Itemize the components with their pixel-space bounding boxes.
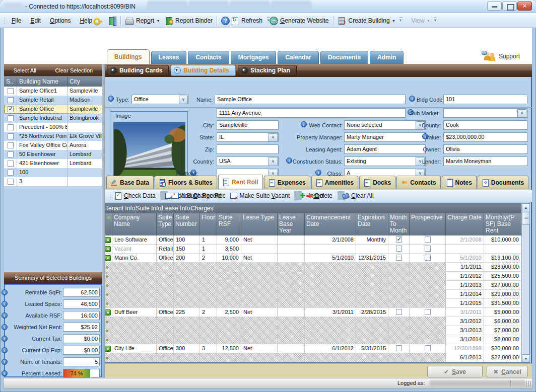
- menu-item[interactable]: Options: [45, 15, 75, 26]
- building-list-item[interactable]: Sample Office Sampleville: [4, 105, 102, 114]
- building-list-item[interactable]: Precedent - 100% Bu: [4, 123, 102, 132]
- detail-tab[interactable]: Contacts: [396, 176, 440, 189]
- col-month-to-month[interactable]: Month To Month: [388, 213, 410, 236]
- building-list-item[interactable]: Sample Retail Madison: [4, 96, 102, 105]
- col-prospective[interactable]: Prospective: [410, 213, 446, 236]
- building-checkbox[interactable]: [8, 179, 14, 185]
- detail-tab[interactable]: Documents: [478, 176, 528, 189]
- owner-field[interactable]: Olivia: [443, 144, 527, 154]
- maximize-button[interactable]: [502, 2, 517, 11]
- grid-toolbar-button[interactable]: Insert: [294, 191, 302, 200]
- row-expander-button[interactable]: [105, 346, 111, 352]
- col-lease-type[interactable]: Lease Type: [241, 213, 278, 236]
- month-to-month-checkbox[interactable]: [396, 246, 402, 252]
- table-row[interactable]: 1/1/2012 $25,500.00: [105, 272, 529, 281]
- month-to-month-checkbox[interactable]: [396, 345, 402, 351]
- prospective-checkbox[interactable]: [425, 246, 431, 252]
- table-row[interactable]: City Life Office 300 3 12,500 Net 6/1/20…: [105, 344, 529, 353]
- building-checkbox[interactable]: [8, 151, 14, 158]
- col-charge-date[interactable]: Charge Date: [446, 213, 484, 236]
- table-row[interactable]: 3/1/2014 $8,000.00: [105, 335, 529, 344]
- building-checkbox[interactable]: [8, 133, 14, 139]
- support-button[interactable]: Support: [482, 50, 532, 62]
- detail-tab[interactable]: Amenities: [311, 176, 358, 189]
- close-button[interactable]: [517, 2, 532, 11]
- building-list-item[interactable]: 50 Eisenhower Lombard: [4, 150, 102, 159]
- column-header-city[interactable]: City: [68, 77, 102, 87]
- detail-tab[interactable]: Expenses: [264, 176, 310, 189]
- month-to-month-checkbox[interactable]: [396, 255, 402, 261]
- view-nav-button[interactable]: Building Cards: [107, 65, 169, 76]
- resize-grip[interactable]: [525, 381, 531, 387]
- building-checkbox[interactable]: [8, 106, 14, 112]
- column-header-select[interactable]: S..: [4, 77, 17, 87]
- table-row[interactable]: 1/1/2013 $27,000.00: [105, 281, 529, 290]
- view-nav-button[interactable]: Stacking Plan: [238, 65, 297, 76]
- grid-toolbar-button[interactable]: Delete: [303, 191, 335, 200]
- col-company-name[interactable]: Company Name: [112, 213, 157, 236]
- row-expander-button[interactable]: [105, 255, 111, 261]
- grid-toolbar-button[interactable]: Make Suite Vacant: [228, 191, 292, 200]
- column-header-building-name[interactable]: Building Name: [17, 77, 68, 87]
- grid-toolbar-button[interactable]: Clear All: [337, 191, 345, 200]
- building-list-item[interactable]: 100: [4, 168, 102, 177]
- redacted-tab[interactable]: [148, 1, 187, 10]
- table-row[interactable]: 3/1/2013 $7,000.00: [105, 326, 529, 335]
- minimize-button[interactable]: [487, 2, 502, 11]
- redacted-tab[interactable]: [272, 1, 311, 10]
- prospective-checkbox[interactable]: [425, 309, 431, 315]
- building-checkbox[interactable]: [8, 115, 14, 121]
- main-tab[interactable]: Documents: [320, 51, 368, 64]
- generate-website-button[interactable]: Generate Website: [267, 16, 331, 26]
- building-checkbox[interactable]: [8, 161, 14, 167]
- building-list-item[interactable]: Fox Valley Office Co Aurora: [4, 141, 102, 150]
- detail-tab[interactable]: Floors & Suites: [155, 176, 217, 189]
- redacted-tab[interactable]: [230, 1, 270, 10]
- building-list-item[interactable]: 421 Eisenhower Lombard: [4, 159, 102, 168]
- building-list-item[interactable]: Sample Industrial Bolingbrook: [4, 114, 102, 123]
- grid-toolbar-button[interactable]: Add Suite Record: [160, 191, 168, 200]
- refresh-button[interactable]: Refresh: [228, 16, 265, 26]
- main-tab[interactable]: Calendar: [278, 51, 318, 64]
- col-floor[interactable]: Floor: [200, 213, 217, 236]
- view-nav-button[interactable]: Building Details: [171, 65, 236, 76]
- main-tab[interactable]: Mortgages: [231, 51, 277, 64]
- scrollbar-thumb[interactable]: [522, 212, 530, 225]
- col-suite-rsf[interactable]: Suite RSF: [217, 213, 241, 236]
- bldg-code-field[interactable]: 101: [443, 95, 527, 104]
- month-to-month-checkbox[interactable]: [396, 237, 402, 243]
- scroll-down-icon[interactable]: ▼: [522, 354, 530, 362]
- cancel-button[interactable]: ✖ Cancel: [487, 366, 528, 377]
- col-commencement-date[interactable]: Commencement Date: [305, 213, 356, 236]
- row-expander-button[interactable]: [105, 246, 111, 252]
- detail-tab[interactable]: Notes: [442, 176, 477, 189]
- main-tab[interactable]: Contacts: [188, 51, 229, 64]
- col-expiration-date[interactable]: Expiration Date: [356, 213, 388, 236]
- main-tab[interactable]: Leases: [151, 51, 187, 64]
- grid-toolbar-button[interactable]: Add Charge Rec: [169, 191, 228, 200]
- building-checkbox[interactable]: [8, 170, 14, 176]
- table-row[interactable]: 6/1/2013 $22,000.00: [105, 353, 529, 362]
- report-binder-button[interactable]: Report Binder: [162, 16, 215, 26]
- row-expander-button[interactable]: [105, 237, 111, 243]
- table-row[interactable]: 1/1/2015 $31,500.00: [105, 299, 529, 308]
- state-select[interactable]: IL: [217, 132, 279, 142]
- building-list-item[interactable]: *25 Northwest Point Elk Grove Vill: [4, 132, 102, 141]
- vertical-scrollbar[interactable]: ▲ ▼: [521, 203, 529, 362]
- sub-market-select[interactable]: [443, 108, 527, 118]
- prospective-checkbox[interactable]: [425, 345, 431, 351]
- building-checkbox[interactable]: [8, 88, 14, 94]
- detail-tab[interactable]: Docks: [359, 176, 395, 189]
- redacted-tab[interactable]: [189, 1, 228, 10]
- prospective-checkbox[interactable]: [425, 255, 431, 261]
- create-building-button[interactable]: Create Building ▾: [335, 16, 397, 26]
- month-to-month-checkbox[interactable]: [396, 309, 402, 315]
- report-button[interactable]: Report ▾: [122, 16, 162, 26]
- clear-selection-button[interactable]: Clear Selection: [55, 67, 93, 73]
- table-row[interactable]: Vacant Retail 150 1 3,500: [105, 245, 529, 254]
- county-field[interactable]: Cook: [443, 120, 527, 130]
- table-row[interactable]: Leo Software Office 100 1 9,000 Net 2/1/…: [105, 236, 529, 245]
- toolbar-overflow-icon[interactable]: [433, 16, 438, 25]
- table-row[interactable]: 1/1/2011 $23,000.00: [105, 263, 529, 272]
- toolbar-grip[interactable]: [110, 192, 111, 199]
